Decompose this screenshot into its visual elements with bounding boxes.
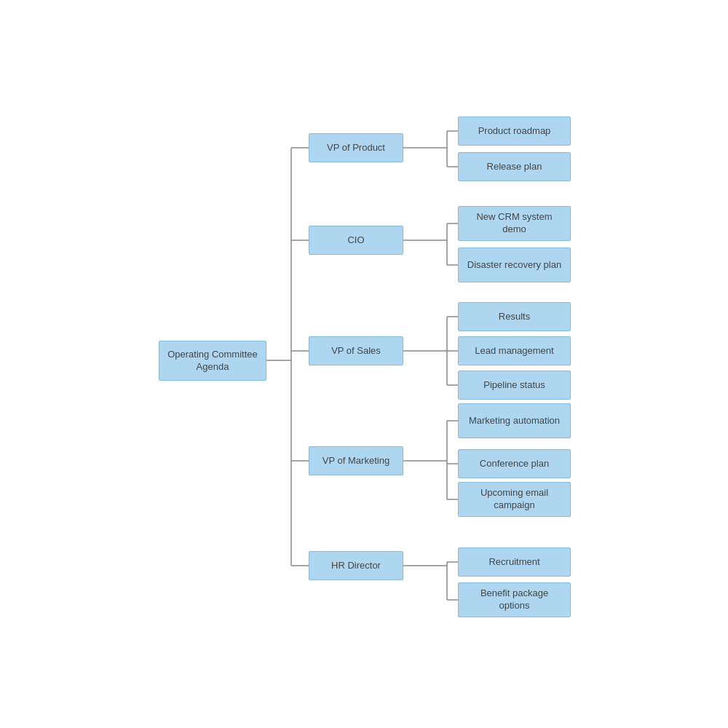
cio-node: CIO: [309, 226, 403, 255]
vp-sales-node: VP of Sales: [309, 336, 403, 365]
pipeline-status-node: Pipeline status: [458, 371, 571, 400]
vp-marketing-node: VP of Marketing: [309, 446, 403, 475]
hr-director-node: HR Director: [309, 551, 403, 580]
root-node: Operating Committee Agenda: [159, 341, 266, 381]
disaster-recovery-node: Disaster recovery plan: [458, 248, 571, 282]
release-plan-node: Release plan: [458, 152, 571, 181]
recruitment-node: Recruitment: [458, 547, 571, 577]
new-crm-node: New CRM system demo: [458, 206, 571, 241]
conference-plan-node: Conference plan: [458, 449, 571, 478]
diagram: Operating Committee Agenda VP of Product…: [0, 0, 728, 728]
benefit-package-node: Benefit package options: [458, 582, 571, 617]
lead-management-node: Lead management: [458, 336, 571, 365]
upcoming-email-node: Upcoming email campaign: [458, 482, 571, 517]
product-roadmap-node: Product roadmap: [458, 116, 571, 146]
vp-product-node: VP of Product: [309, 133, 403, 162]
marketing-automation-node: Marketing automation: [458, 403, 571, 438]
results-node: Results: [458, 302, 571, 331]
